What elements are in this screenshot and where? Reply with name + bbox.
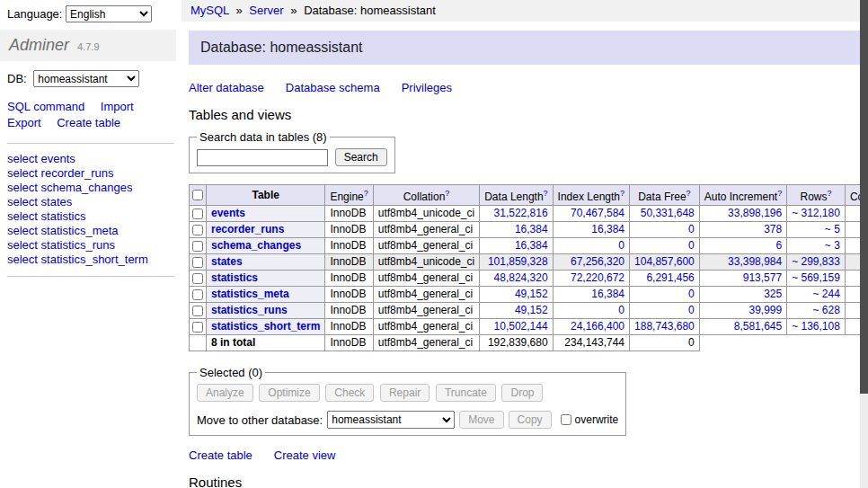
rows-count-link[interactable]: ~ 628 bbox=[813, 304, 840, 316]
auto-increment-link[interactable]: 913,577 bbox=[743, 271, 782, 284]
breadcrumb-link-server[interactable]: Server bbox=[249, 4, 283, 17]
table-name-link[interactable]: statistics_runs bbox=[211, 304, 288, 316]
sidebar-item-select-schema-changes[interactable]: select schema_changes bbox=[7, 181, 174, 195]
data-free-link[interactable]: 50,331,648 bbox=[641, 207, 695, 219]
index-length-link[interactable]: 0 bbox=[618, 304, 624, 316]
scrollbar-thumb[interactable] bbox=[860, 0, 868, 394]
drop-button[interactable]: Drop bbox=[501, 384, 543, 402]
row-checkbox[interactable] bbox=[192, 289, 203, 300]
auto-increment-link[interactable]: 8,581,645 bbox=[734, 320, 782, 333]
table-name-link[interactable]: states bbox=[211, 255, 243, 268]
auto-increment-link[interactable]: 33,898,196 bbox=[728, 207, 782, 219]
data-free-link[interactable]: 0 bbox=[688, 239, 695, 252]
index-length-link[interactable]: 16,384 bbox=[591, 223, 624, 235]
analyze-button[interactable]: Analyze bbox=[197, 384, 253, 402]
create-view-link[interactable]: Create view bbox=[274, 448, 336, 462]
data-length-link[interactable]: 101,859,328 bbox=[488, 255, 548, 268]
index-length-link[interactable]: 24,166,400 bbox=[571, 320, 624, 333]
overwrite-checkbox[interactable] bbox=[561, 414, 571, 425]
sidebar-item-select-statistics-short-term[interactable]: select statistics_short_term bbox=[7, 253, 174, 267]
help-link[interactable]: ? bbox=[828, 189, 832, 198]
row-checkbox[interactable] bbox=[192, 306, 203, 316]
privileges-link[interactable]: Privileges bbox=[402, 81, 452, 94]
data-free-link[interactable]: 0 bbox=[688, 288, 695, 300]
auto-increment-link[interactable]: 378 bbox=[764, 223, 782, 235]
data-free-link[interactable]: 6,291,456 bbox=[646, 271, 694, 284]
auto-increment-link[interactable]: 39,999 bbox=[748, 304, 782, 316]
row-checkbox[interactable] bbox=[192, 273, 203, 284]
optimize-button[interactable]: Optimize bbox=[259, 384, 319, 402]
data-length-link[interactable]: 16,384 bbox=[515, 239, 548, 252]
data-length-link[interactable]: 10,502,144 bbox=[494, 320, 548, 333]
help-link[interactable]: ? bbox=[364, 189, 368, 198]
create-table-link[interactable]: Create table bbox=[189, 448, 252, 462]
select-all-checkbox[interactable] bbox=[192, 190, 203, 200]
sidebar-link-create-table[interactable]: Create table bbox=[57, 116, 120, 129]
rows-count-link[interactable]: ~ 299,833 bbox=[792, 255, 840, 268]
index-length-link[interactable]: 70,467,584 bbox=[571, 207, 624, 219]
sidebar-item-select-recorder-runs[interactable]: select recorder_runs bbox=[7, 166, 174, 181]
rows-count-link[interactable]: ~ 136,108 bbox=[792, 320, 840, 333]
table-name-link[interactable]: events bbox=[211, 207, 245, 219]
data-length-link[interactable]: 49,152 bbox=[515, 304, 548, 316]
row-checkbox[interactable] bbox=[192, 209, 203, 219]
truncate-button[interactable]: Truncate bbox=[436, 384, 496, 402]
data-length-link[interactable]: 31,522,816 bbox=[494, 207, 548, 219]
sidebar-item-select-statistics-runs[interactable]: select statistics_runs bbox=[7, 238, 174, 253]
move-button[interactable]: Move bbox=[459, 411, 503, 429]
search-button[interactable]: Search bbox=[335, 148, 387, 166]
breadcrumb-link-mysql[interactable]: MySQL bbox=[190, 4, 229, 17]
index-length-link[interactable]: 0 bbox=[618, 239, 624, 252]
data-length-link[interactable]: 49,152 bbox=[515, 288, 548, 300]
row-checkbox[interactable] bbox=[192, 257, 203, 268]
data-length-link[interactable]: 48,824,320 bbox=[494, 271, 548, 284]
sidebar-link-sql-command[interactable]: SQL command bbox=[7, 100, 84, 113]
check-button[interactable]: Check bbox=[325, 384, 374, 402]
auto-increment-link[interactable]: 325 bbox=[764, 288, 782, 300]
sidebar-item-select-statistics[interactable]: select statistics bbox=[7, 209, 174, 224]
table-name-link[interactable]: recorder_runs bbox=[211, 223, 284, 235]
table-name-link[interactable]: statistics bbox=[211, 271, 258, 284]
help-link[interactable]: ? bbox=[445, 189, 449, 198]
index-length-link[interactable]: 67,256,320 bbox=[571, 255, 624, 268]
auto-increment-link[interactable]: 33,398,984 bbox=[728, 255, 782, 268]
vertical-scrollbar[interactable] bbox=[860, 0, 868, 488]
index-length-link[interactable]: 72,220,672 bbox=[571, 271, 624, 284]
help-link[interactable]: ? bbox=[620, 189, 624, 198]
rows-count-link[interactable]: ~ 244 bbox=[813, 288, 840, 300]
sidebar-item-select-states[interactable]: select states bbox=[7, 195, 174, 209]
data-free-link[interactable]: 0 bbox=[688, 304, 695, 316]
language-select[interactable]: English bbox=[66, 5, 152, 22]
row-checkbox[interactable] bbox=[192, 322, 203, 333]
auto-increment-link[interactable]: 6 bbox=[775, 239, 782, 252]
copy-button[interactable]: Copy bbox=[509, 411, 552, 429]
sidebar: Language: English Adminer 4.7.9 DB: home… bbox=[0, 0, 176, 488]
data-free-link[interactable]: 188,743,680 bbox=[634, 320, 695, 333]
help-link[interactable]: ? bbox=[777, 189, 782, 198]
table-name-link[interactable]: schema_changes bbox=[211, 239, 301, 252]
search-input[interactable] bbox=[197, 149, 328, 166]
data-free-link[interactable]: 104,857,600 bbox=[634, 255, 695, 268]
db-select[interactable]: homeassistant bbox=[33, 70, 139, 87]
move-db-select[interactable]: homeassistant bbox=[327, 411, 455, 429]
row-checkbox[interactable] bbox=[192, 225, 203, 235]
data-free-link[interactable]: 0 bbox=[688, 223, 695, 235]
rows-count-link[interactable]: ~ 312,180 bbox=[792, 207, 840, 219]
alter-database-link[interactable]: Alter database bbox=[189, 81, 264, 94]
sidebar-link-export[interactable]: Export bbox=[7, 116, 41, 129]
index-length-link[interactable]: 16,384 bbox=[591, 288, 624, 300]
sidebar-item-select-statistics-meta[interactable]: select statistics_meta bbox=[7, 224, 174, 238]
row-checkbox[interactable] bbox=[192, 241, 203, 252]
rows-count-link[interactable]: ~ 5 bbox=[825, 223, 840, 235]
rows-count-link[interactable]: ~ 569,159 bbox=[792, 271, 840, 284]
table-name-link[interactable]: statistics_meta bbox=[211, 288, 289, 300]
repair-button[interactable]: Repair bbox=[380, 384, 430, 402]
rows-count-link[interactable]: ~ 3 bbox=[825, 239, 840, 252]
help-link[interactable]: ? bbox=[544, 189, 548, 198]
database-schema-link[interactable]: Database schema bbox=[286, 81, 380, 94]
data-length-link[interactable]: 16,384 bbox=[515, 223, 548, 235]
sidebar-link-import[interactable]: Import bbox=[101, 100, 134, 113]
table-name-link[interactable]: statistics_short_term bbox=[211, 320, 320, 333]
sidebar-item-select-events[interactable]: select events bbox=[7, 152, 174, 166]
help-link[interactable]: ? bbox=[686, 189, 691, 198]
